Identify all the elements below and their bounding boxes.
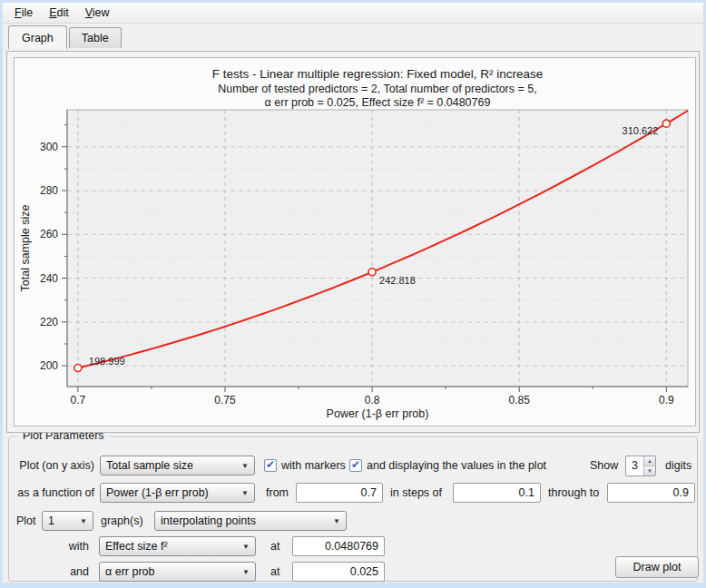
svg-text:280: 280 xyxy=(40,184,58,197)
with-markers-label: with markers xyxy=(281,456,346,475)
and-param-combo[interactable]: α err prob ▼ xyxy=(99,562,256,582)
display-values-label: and displaying the values in the plot xyxy=(367,456,546,475)
display-values-checkbox[interactable]: ✔ xyxy=(349,459,362,472)
tab-bar: GraphTable xyxy=(3,24,703,48)
with-markers-checkbox[interactable]: ✔ xyxy=(264,459,277,472)
svg-text:0.8: 0.8 xyxy=(365,394,380,407)
chevron-down-icon: ▼ xyxy=(241,489,249,497)
svg-text:260: 260 xyxy=(40,228,58,240)
as-function-of-label: as a function of xyxy=(9,483,94,503)
show-label: Show xyxy=(590,456,618,475)
digits-label: digits xyxy=(665,456,691,475)
digits-spinner[interactable]: 3 ▲ ▼ xyxy=(625,456,656,476)
svg-text:Total sample size: Total sample size xyxy=(19,205,32,292)
check-icon: ✔ xyxy=(351,459,360,470)
effect-size-input[interactable] xyxy=(292,536,385,556)
through-to-label: through to xyxy=(548,483,599,503)
spinner-buttons: ▲ ▼ xyxy=(643,456,655,475)
chevron-down-icon: ▼ xyxy=(333,517,340,525)
draw-plot-button[interactable]: Draw plot xyxy=(615,556,699,578)
chevron-down-icon: ▼ xyxy=(242,568,250,576)
menu-item-view[interactable]: View xyxy=(77,4,118,22)
through-input[interactable] xyxy=(607,483,695,503)
svg-text:0.9: 0.9 xyxy=(659,394,674,407)
svg-text:0.7: 0.7 xyxy=(71,394,86,407)
svg-text:242.818: 242.818 xyxy=(379,275,416,286)
tab-graph[interactable]: Graph xyxy=(8,25,67,49)
svg-text:310.622: 310.622 xyxy=(623,125,659,136)
gpower-window: FileEditView GraphTable 2002202402602803… xyxy=(0,0,706,588)
from-label: from xyxy=(266,483,289,503)
with-param-label: with xyxy=(9,536,89,556)
graph-count-combo[interactable]: 1 ▼ xyxy=(42,511,93,531)
svg-text:200: 200 xyxy=(40,359,58,372)
steps-input[interactable] xyxy=(453,483,541,503)
with-param-value: Effect size f² xyxy=(105,540,237,553)
menu-bar: FileEditView xyxy=(3,3,703,24)
svg-text:α err prob = 0.025, Effect siz: α err prob = 0.025, Effect size f² = 0.0… xyxy=(265,96,491,109)
menu-item-edit[interactable]: Edit xyxy=(41,4,77,22)
graph-count-value: 1 xyxy=(48,514,74,527)
from-input[interactable] xyxy=(296,483,383,503)
plot-mode-combo[interactable]: interpolating points ▼ xyxy=(154,511,347,531)
and-param-value: α err prob xyxy=(105,565,237,578)
at-label: at xyxy=(270,536,279,556)
alpha-input[interactable] xyxy=(292,562,385,582)
chevron-down-icon: ▼ xyxy=(241,462,249,470)
power-plot-chart: 2002202402602803000.70.750.80.850.9F tes… xyxy=(15,58,695,426)
y-axis-combo[interactable]: Total sample size ▼ xyxy=(100,456,255,475)
at-label: at xyxy=(270,562,279,582)
plot-mode-value: interpolating points xyxy=(161,514,328,527)
svg-text:0.75: 0.75 xyxy=(214,394,236,407)
check-icon: ✔ xyxy=(266,459,275,470)
x-axis-combo-value: Power (1-β err prob) xyxy=(106,486,236,499)
plot-count-label: Plot xyxy=(16,511,36,531)
svg-text:220: 220 xyxy=(40,316,58,328)
tab-table[interactable]: Table xyxy=(69,27,122,48)
svg-text:240: 240 xyxy=(40,272,58,285)
chevron-down-icon: ▼ xyxy=(242,543,250,551)
chart-panel: 2002202402602803000.70.750.80.850.9F tes… xyxy=(14,57,696,426)
svg-text:Number of tested predictors =: Number of tested predictors = 2, Total n… xyxy=(218,83,536,95)
with-param-combo[interactable]: Effect size f² ▼ xyxy=(99,536,256,556)
svg-text:Power (1-β err prob): Power (1-β err prob) xyxy=(327,407,429,420)
graphs-label: graph(s) xyxy=(101,511,143,531)
digits-spinner-value: 3 xyxy=(626,456,643,475)
x-axis-combo[interactable]: Power (1-β err prob) ▼ xyxy=(100,483,255,503)
spinner-down-icon[interactable]: ▼ xyxy=(644,466,655,475)
y-axis-combo-value: Total sample size xyxy=(106,459,236,472)
svg-text:198.999: 198.999 xyxy=(89,356,125,367)
in-steps-of-label: in steps of xyxy=(390,483,442,503)
svg-text:300: 300 xyxy=(40,141,58,153)
svg-text:0.85: 0.85 xyxy=(509,394,531,407)
spinner-up-icon[interactable]: ▲ xyxy=(644,456,655,466)
svg-text:F tests - Linear multiple regr: F tests - Linear multiple regression: Fi… xyxy=(212,67,544,81)
plot-parameters-group: Plot Parameters Plot (on y axis) Total s… xyxy=(8,436,698,582)
plot-y-axis-label: Plot (on y axis) xyxy=(9,456,94,475)
chevron-down-icon: ▼ xyxy=(80,517,87,525)
menu-item-file[interactable]: File xyxy=(6,4,41,22)
and-param-label: and xyxy=(9,562,89,582)
tab-pane-graph: 2002202402602803000.70.750.80.850.9F tes… xyxy=(6,51,700,433)
